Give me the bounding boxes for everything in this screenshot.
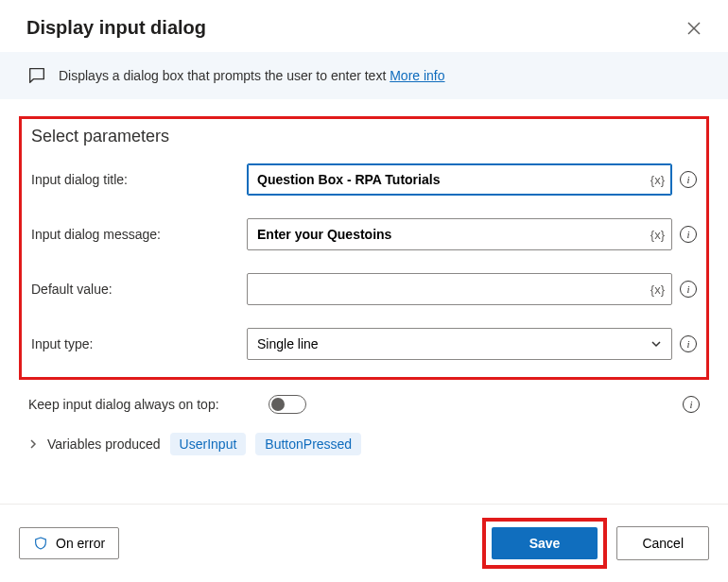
default-value-field[interactable] — [247, 273, 672, 305]
info-icon[interactable]: i — [680, 335, 697, 352]
save-button[interactable]: Save — [492, 527, 598, 559]
comment-icon — [26, 65, 47, 86]
default-value-label: Default value: — [31, 282, 239, 297]
variable-picker-icon[interactable]: {x} — [650, 282, 665, 297]
save-highlight-box: Save — [482, 518, 608, 569]
cancel-button[interactable]: Cancel — [616, 526, 709, 560]
input-type-label: Input type: — [31, 336, 239, 351]
info-icon[interactable]: i — [680, 171, 697, 188]
input-title-label: Input dialog title: — [31, 172, 239, 187]
dialog-title: Display input dialog — [26, 17, 206, 39]
keep-on-top-label: Keep input dialog always on top: — [28, 397, 255, 412]
info-icon[interactable]: i — [680, 281, 697, 298]
shield-icon — [33, 536, 48, 551]
input-type-select[interactable] — [247, 328, 672, 360]
input-message-field[interactable] — [247, 218, 672, 250]
section-heading: Select parameters — [31, 127, 697, 146]
info-icon[interactable]: i — [680, 226, 697, 243]
keep-on-top-toggle[interactable] — [269, 395, 306, 414]
input-title-field[interactable] — [247, 163, 672, 196]
variable-pill-buttonpressed[interactable]: ButtonPressed — [255, 433, 361, 455]
info-banner: Displays a dialog box that prompts the u… — [0, 52, 728, 99]
variable-picker-icon[interactable]: {x} — [650, 173, 665, 187]
more-info-link[interactable]: More info — [390, 68, 444, 83]
on-error-label: On error — [56, 536, 105, 551]
input-message-label: Input dialog message: — [31, 227, 239, 242]
chevron-right-icon[interactable] — [28, 439, 38, 449]
parameters-highlight-box: Select parameters Input dialog title: {x… — [19, 116, 709, 380]
banner-text: Displays a dialog box that prompts the u… — [59, 68, 390, 83]
variable-pill-userinput[interactable]: UserInput — [170, 433, 247, 455]
info-icon[interactable]: i — [683, 396, 700, 413]
variable-picker-icon[interactable]: {x} — [650, 228, 665, 242]
variables-produced-label[interactable]: Variables produced — [47, 436, 161, 452]
close-icon[interactable] — [686, 21, 702, 36]
on-error-button[interactable]: On error — [19, 527, 119, 559]
